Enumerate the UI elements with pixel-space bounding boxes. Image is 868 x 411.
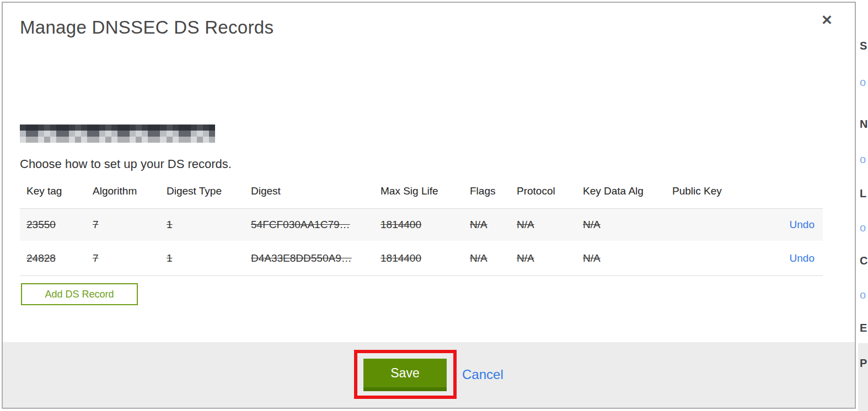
- cell-protocol: N/A: [517, 219, 583, 231]
- cell-protocol: N/A: [517, 252, 583, 264]
- edge-strip-footer-gray: [858, 343, 868, 411]
- cell-digest-type: 1: [167, 219, 251, 231]
- header-digest-type: Digest Type: [167, 185, 251, 208]
- cancel-link[interactable]: Cancel: [462, 367, 503, 382]
- edge-fragment: N: [860, 118, 867, 131]
- cell-digest: 54FCF030AA1C79…: [251, 219, 381, 231]
- cell-key-tag: 23550: [26, 219, 93, 231]
- cell-flags: N/A: [470, 219, 517, 231]
- edge-fragment: o: [860, 221, 866, 234]
- cell-algorithm: 7: [93, 252, 167, 264]
- edge-fragment: o: [860, 289, 866, 301]
- table-row: 24828 7 1 D4A33E8DD550A9… 1814400 N/A N/…: [20, 241, 823, 275]
- undo-link[interactable]: Undo: [760, 252, 823, 264]
- header-key-tag: Key tag: [26, 185, 93, 208]
- undo-link[interactable]: Undo: [760, 219, 823, 231]
- edge-fragment: S: [860, 40, 867, 52]
- cell-key-data-alg: N/A: [583, 219, 672, 231]
- ds-records-table: Key tag Algorithm Digest Type Digest Max…: [20, 181, 823, 276]
- close-icon[interactable]: ✕: [821, 13, 833, 27]
- add-ds-record-button[interactable]: Add DS Record: [21, 283, 138, 305]
- cell-max-sig-life: 1814400: [381, 252, 470, 264]
- manage-dnssec-dialog: Manage DNSSEC DS Records ✕ Choose how to…: [2, 2, 856, 409]
- edge-fragment: E: [860, 322, 867, 334]
- redacted-domain-name: [20, 125, 215, 143]
- edge-fragment: P: [860, 357, 867, 370]
- header-algorithm: Algorithm: [93, 185, 167, 208]
- screenshot-canvas: Manage DNSSEC DS Records ✕ Choose how to…: [0, 0, 868, 411]
- cell-key-data-alg: N/A: [583, 252, 672, 264]
- cell-digest: D4A33E8DD550A9…: [251, 252, 381, 264]
- header-digest: Digest: [251, 185, 381, 208]
- dialog-footer: Save Cancel: [3, 342, 855, 408]
- header-flags: Flags: [470, 185, 517, 208]
- edge-fragment: o: [860, 76, 866, 89]
- header-protocol: Protocol: [517, 185, 583, 208]
- table-body: 23550 7 1 54FCF030AA1C79… 1814400 N/A N/…: [20, 208, 823, 276]
- save-button[interactable]: Save: [363, 359, 447, 391]
- cell-algorithm: 7: [93, 219, 167, 231]
- cell-flags: N/A: [470, 252, 517, 264]
- cell-max-sig-life: 1814400: [381, 219, 470, 231]
- dialog-title: Manage DNSSEC DS Records: [20, 17, 274, 38]
- header-key-data-alg: Key Data Alg: [583, 185, 672, 208]
- edge-strip: SoNoLoCoEP: [858, 0, 868, 411]
- edge-fragment: L: [860, 187, 866, 200]
- header-actions: [760, 185, 823, 208]
- edge-fragment: C: [860, 255, 867, 267]
- header-public-key: Public Key: [672, 185, 760, 208]
- cell-key-tag: 24828: [26, 252, 93, 264]
- header-max-sig-life: Max Sig Life: [381, 185, 470, 208]
- table-header-row: Key tag Algorithm Digest Type Digest Max…: [20, 181, 823, 208]
- cell-digest-type: 1: [167, 252, 251, 264]
- edge-fragment: o: [860, 153, 866, 166]
- table-row: 23550 7 1 54FCF030AA1C79… 1814400 N/A N/…: [20, 209, 823, 241]
- instruction-text: Choose how to set up your DS records.: [20, 157, 232, 171]
